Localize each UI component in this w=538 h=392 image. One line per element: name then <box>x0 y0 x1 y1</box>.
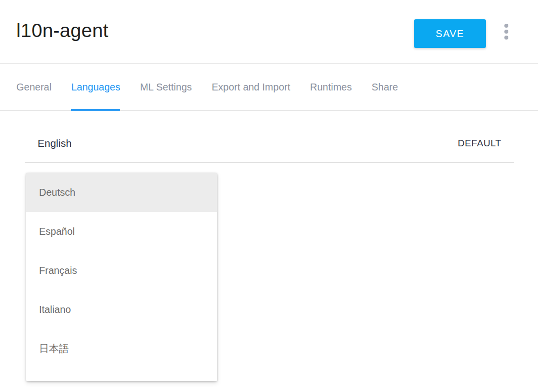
page-title: l10n-agent <box>16 20 108 42</box>
kebab-menu-icon <box>504 30 508 34</box>
dropdown-item-francais[interactable]: Français <box>26 251 217 290</box>
tab-languages[interactable]: Languages <box>71 65 120 110</box>
dropdown-item-japanese[interactable]: 日本語 <box>26 329 217 368</box>
tab-runtimes[interactable]: Runtimes <box>310 65 352 110</box>
dropdown-item-deutsch[interactable]: Deutsch <box>26 173 217 212</box>
tab-bar: General Languages ML Settings Export and… <box>0 65 538 111</box>
language-dropdown-menu: Deutsch Español Français Italiano 日本語 <box>26 173 217 381</box>
default-badge: DEFAULT <box>458 138 501 149</box>
tab-general[interactable]: General <box>16 65 51 110</box>
dropdown-item-espanol[interactable]: Español <box>26 212 217 251</box>
tab-share[interactable]: Share <box>371 65 398 110</box>
kebab-menu-button[interactable] <box>498 21 514 43</box>
header: l10n-agent SAVE <box>0 0 538 64</box>
tab-ml-settings[interactable]: ML Settings <box>140 65 192 110</box>
kebab-menu-icon <box>504 24 508 28</box>
tab-export-and-import[interactable]: Export and Import <box>212 65 290 110</box>
save-button[interactable]: SAVE <box>414 19 486 48</box>
kebab-menu-icon <box>504 36 508 40</box>
selected-language-label: English <box>38 137 72 149</box>
dropdown-item-italiano[interactable]: Italiano <box>26 290 217 329</box>
selected-language-row[interactable]: English DEFAULT <box>25 125 514 163</box>
app-window: l10n-agent SAVE General Languages ML Set… <box>0 0 538 392</box>
